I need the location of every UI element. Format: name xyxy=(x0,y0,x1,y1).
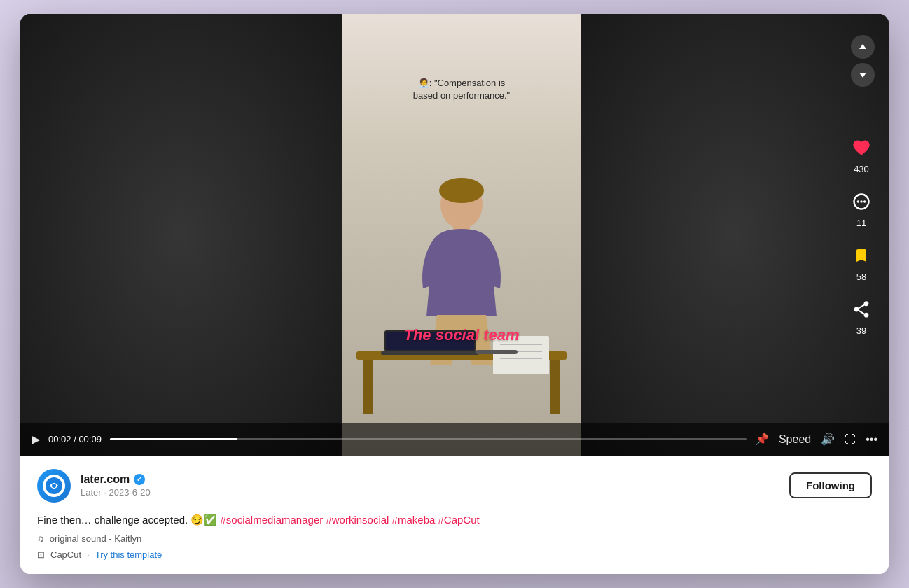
caption-line1: 🧑‍💼: "Compensation is xyxy=(377,77,546,90)
video-container: 🧑‍💼: "Compensation is based on performan… xyxy=(20,14,889,456)
video-title-overlay: The social team xyxy=(403,326,519,344)
fullscreen-icon[interactable]: ⛶ xyxy=(845,433,856,446)
template-link[interactable]: Try this template xyxy=(95,550,162,560)
svg-rect-4 xyxy=(363,360,373,414)
sound-label: original sound - Kaitlyn xyxy=(50,533,142,544)
channel-name-row: later.com ✓ xyxy=(81,473,151,486)
video-info: later.com ✓ Later · 2023-6-20 Following … xyxy=(20,456,889,575)
following-button[interactable]: Following xyxy=(789,472,872,498)
bookmark-icon xyxy=(848,242,875,269)
channel-avatar xyxy=(37,469,71,503)
video-actions: 430 11 xyxy=(848,134,875,336)
share-icon xyxy=(848,296,875,323)
svg-point-16 xyxy=(860,200,863,203)
channel-sub: Later · 2023-6-20 xyxy=(81,487,151,498)
avatar-inner xyxy=(43,475,65,497)
channel-meta: later.com ✓ Later · 2023-6-20 xyxy=(81,473,151,498)
caption-text: Fine then… challenge accepted. 😏✅ #socia… xyxy=(37,512,872,528)
like-count: 430 xyxy=(854,164,869,174)
play-button[interactable]: ▶ xyxy=(32,433,40,446)
svg-point-1 xyxy=(439,178,484,203)
video-center: 🧑‍💼: "Compensation is based on performan… xyxy=(342,14,581,456)
comment-count: 11 xyxy=(856,218,866,228)
more-options-icon[interactable]: ••• xyxy=(866,433,877,446)
video-controls-bar: ▶ 00:02 / 00:09 📌 Speed 🔊 ⛶ ••• xyxy=(20,423,889,456)
video-left-panel xyxy=(20,14,342,456)
nav-up-button[interactable] xyxy=(851,35,875,59)
channel-row: later.com ✓ Later · 2023-6-20 Following xyxy=(37,469,872,503)
pin-icon[interactable]: 📌 xyxy=(755,433,769,446)
caption-line2: based on performance." xyxy=(377,90,546,102)
svg-point-15 xyxy=(857,200,860,203)
volume-icon[interactable]: 🔊 xyxy=(821,433,835,446)
music-note-icon: ♫ xyxy=(37,533,44,544)
template-brand: CapCut xyxy=(50,550,81,560)
speed-label[interactable]: Speed xyxy=(779,433,811,446)
main-window: 🧑‍💼: "Compensation is based on performan… xyxy=(20,14,889,574)
video-right-panel xyxy=(581,14,889,456)
comment-icon xyxy=(848,188,875,215)
like-button[interactable]: 430 xyxy=(848,134,875,174)
template-row: ⊡ CapCut · Try this template xyxy=(37,550,872,560)
share-count: 39 xyxy=(856,326,866,336)
bookmark-count: 58 xyxy=(856,272,866,282)
comment-button[interactable]: 11 xyxy=(848,188,875,228)
verified-badge: ✓ xyxy=(134,474,145,485)
progress-bar[interactable] xyxy=(110,438,747,440)
caption-plain: Fine then… challenge accepted. 😏✅ xyxy=(37,514,220,526)
nav-down-button[interactable] xyxy=(851,63,875,87)
progress-fill xyxy=(110,438,237,440)
svg-point-17 xyxy=(863,200,866,203)
time-display: 00:02 / 00:09 xyxy=(48,434,102,444)
controls-right: 📌 Speed 🔊 ⛶ ••• xyxy=(755,433,877,446)
template-icon: ⊡ xyxy=(37,550,45,560)
svg-rect-13 xyxy=(476,350,518,354)
video-caption-overlay: 🧑‍💼: "Compensation is based on performan… xyxy=(377,77,546,102)
svg-rect-5 xyxy=(550,360,560,414)
template-separator: · xyxy=(87,550,90,560)
heart-icon xyxy=(848,134,875,161)
channel-name: later.com xyxy=(81,473,130,486)
share-button[interactable]: 39 xyxy=(848,296,875,336)
nav-arrows xyxy=(851,35,875,87)
bookmark-button[interactable]: 58 xyxy=(848,242,875,282)
sound-row: ♫ original sound - Kaitlyn xyxy=(37,533,872,544)
caption-hashtags[interactable]: #socialmediamanager #workinsocial #makeb… xyxy=(220,514,479,526)
svg-point-19 xyxy=(52,484,56,488)
svg-rect-8 xyxy=(381,351,479,355)
